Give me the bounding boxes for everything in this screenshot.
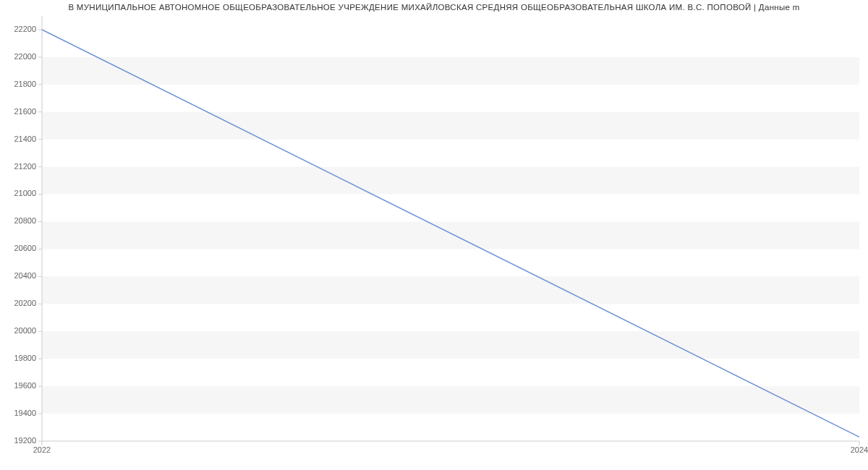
y-tick-label: 21600 [14,107,36,116]
y-tick-label: 19800 [14,354,36,362]
grid-band [42,331,859,359]
grid-band [42,386,859,414]
y-tick-label: 21000 [14,189,36,197]
x-tick-label: 2024 [851,445,868,454]
grid-band [42,112,859,140]
y-tick-label: 20400 [14,271,36,280]
y-tick-label: 22200 [14,25,36,33]
grid-band [42,167,859,195]
y-tick-label: 20000 [14,326,36,335]
chart-svg: 1920019400196001980020000202002040020600… [0,13,868,461]
grid-band [42,222,859,249]
x-tick-label: 2022 [33,445,51,454]
y-tick-label: 22000 [14,52,36,61]
chart-title: В МУНИЦИПАЛЬНОЕ АВТОНОМНОЕ ОБЩЕОБРАЗОВАТ… [0,0,868,13]
y-tick-label: 19600 [14,381,36,390]
y-tick-label: 21800 [14,80,36,88]
y-tick-label: 20800 [14,216,36,225]
y-tick-label: 19400 [14,409,36,417]
y-tick-label: 21200 [14,162,36,171]
y-tick-label: 19200 [14,436,36,445]
chart-plot-area: 1920019400196001980020000202002040020600… [0,13,868,461]
y-tick-label: 20600 [14,244,36,252]
grid-band [42,276,859,304]
y-tick-label: 20200 [14,299,36,307]
y-tick-label: 21400 [14,134,36,143]
grid-band [42,57,859,85]
